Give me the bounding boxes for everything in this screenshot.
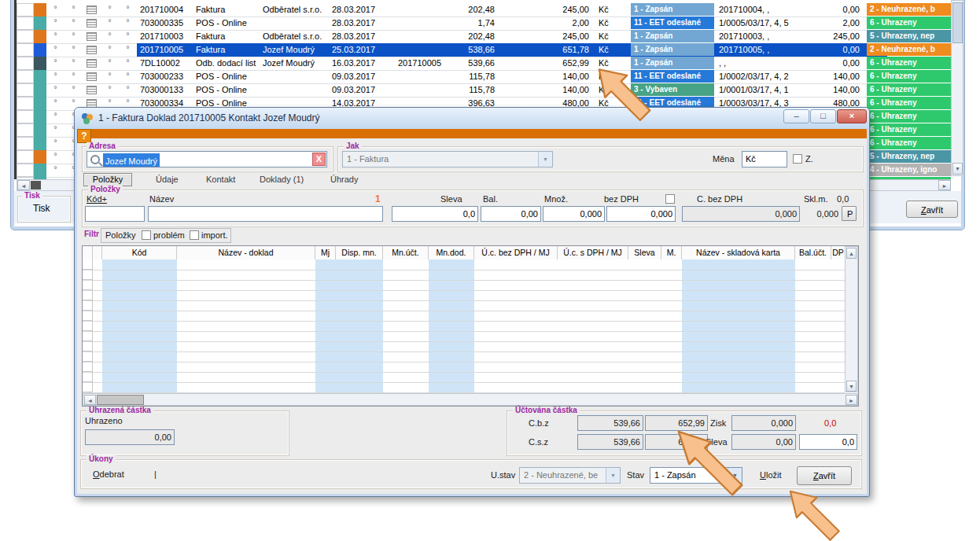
close-button[interactable]: × bbox=[837, 109, 867, 123]
tisk-button[interactable]: Tisk bbox=[33, 203, 50, 214]
sleva-input[interactable]: 0,0 bbox=[392, 206, 478, 222]
row-flag-icon: ° bbox=[46, 57, 64, 70]
sleva-pct-input[interactable]: 0,0 bbox=[799, 434, 857, 450]
z-checkbox[interactable] bbox=[793, 154, 802, 164]
items-row-selector[interactable] bbox=[83, 372, 93, 382]
items-row-selector[interactable] bbox=[83, 321, 93, 331]
mnoz-input[interactable]: 0,000 bbox=[543, 206, 605, 222]
bal-input[interactable]: 0,00 bbox=[481, 206, 541, 222]
minimize-button[interactable]: – bbox=[783, 109, 809, 123]
main-hscroll-thumb[interactable] bbox=[31, 181, 41, 190]
main-vscroll-thumb[interactable] bbox=[952, 2, 963, 43]
ustav-label: U.stav bbox=[491, 470, 515, 480]
table-row[interactable]: °°°°703000335POS - Online28.03.20171,742… bbox=[17, 17, 951, 31]
items-row-selector[interactable] bbox=[83, 341, 93, 351]
payment-status-badge: 5 - Uhrazeny, nep bbox=[867, 150, 951, 163]
items-row[interactable] bbox=[83, 372, 845, 383]
items-row[interactable] bbox=[83, 259, 845, 270]
items-row[interactable] bbox=[83, 311, 845, 322]
items-row[interactable] bbox=[83, 382, 845, 393]
jak-value: 1 - Faktura bbox=[347, 154, 389, 164]
items-vscroll-down-icon[interactable]: ▼ bbox=[846, 381, 857, 392]
dialog-titlebar[interactable]: 1 - Faktura Doklad 201710005 Kontakt Joz… bbox=[75, 108, 869, 129]
items-hscroll-left-icon[interactable]: ◄ bbox=[84, 395, 96, 405]
table-row[interactable]: °°°°201710004FakturaOdběratel s.r.o.28.0… bbox=[17, 3, 951, 17]
items-row-selector[interactable] bbox=[83, 382, 93, 392]
items-row-selector[interactable] bbox=[83, 259, 93, 270]
adresa-input[interactable]: Jozef Moudrý bbox=[87, 151, 327, 167]
row-flag-icon: ° bbox=[119, 57, 137, 70]
items-row[interactable] bbox=[83, 351, 845, 363]
items-row[interactable] bbox=[83, 341, 845, 352]
row-flag-icon: ° bbox=[64, 43, 83, 57]
problem-checkbox[interactable] bbox=[142, 230, 151, 240]
save-button[interactable]: Uložit bbox=[760, 470, 782, 480]
items-row[interactable] bbox=[83, 321, 845, 332]
table-row[interactable]: °°°°201710005FakturaJozef Moudrý25.03.20… bbox=[17, 43, 951, 57]
tab-kontakt[interactable]: Kontakt bbox=[206, 175, 235, 184]
row-color-swatch bbox=[34, 150, 46, 164]
items-row[interactable] bbox=[83, 362, 845, 373]
main-hscroll-left-icon[interactable]: ◄ bbox=[17, 180, 30, 190]
items-row[interactable] bbox=[83, 280, 845, 291]
row-flag-icon: ° bbox=[64, 83, 83, 97]
items-vscrollbar[interactable]: ▲▼ bbox=[845, 246, 858, 392]
adresa-value: Jozef Moudrý bbox=[103, 153, 160, 167]
main-vscrollbar[interactable]: ▼ bbox=[951, 0, 963, 176]
items-hscrollbar[interactable]: ◄► bbox=[83, 393, 858, 406]
cell-num: 7DL10002 bbox=[137, 57, 193, 70]
stav-combobox[interactable]: 1 - Zapsán ▼ bbox=[650, 467, 742, 484]
cell-contact: Odběratel s.r.o. bbox=[260, 3, 329, 17]
items-row-selector[interactable] bbox=[83, 351, 93, 362]
cell-num: 703000335 bbox=[137, 17, 193, 30]
items-row[interactable] bbox=[83, 290, 845, 301]
cell-a2: 245,00 bbox=[498, 30, 592, 43]
kod-label[interactable]: Kód+ bbox=[87, 194, 107, 204]
clear-address-icon[interactable]: X bbox=[312, 153, 326, 166]
items-row-selector[interactable] bbox=[83, 300, 93, 311]
tab-uhrady[interactable]: Úhrady bbox=[330, 175, 358, 184]
main-vscroll-down-icon[interactable]: ▼ bbox=[952, 163, 963, 175]
items-row-selector[interactable] bbox=[83, 331, 93, 341]
maximize-button[interactable]: □ bbox=[810, 109, 836, 123]
odebrat-button[interactable]: Odebrat bbox=[93, 469, 124, 479]
items-row[interactable] bbox=[83, 331, 845, 342]
payment-status-badge: 2 - Neuhrazené, b bbox=[867, 43, 951, 56]
items-row[interactable] bbox=[83, 300, 845, 311]
items-row-selector[interactable] bbox=[83, 270, 93, 280]
items-row-selector[interactable] bbox=[83, 311, 93, 321]
cell-type: Faktura bbox=[193, 30, 260, 43]
table-row[interactable]: °°°°7DL10002Odb. dodací listJozef Moudrý… bbox=[17, 57, 951, 71]
kod-input[interactable] bbox=[85, 206, 145, 222]
items-table-frame: KódNázev - dokladMjDisp. mn.Mn.účt.Mn.do… bbox=[82, 245, 859, 407]
bezdph-input[interactable]: 0,000 bbox=[606, 206, 676, 222]
items-row-selector[interactable] bbox=[83, 362, 93, 372]
bezdph-checkbox[interactable] bbox=[665, 194, 675, 204]
nazev-input[interactable] bbox=[148, 206, 383, 222]
table-row[interactable]: °°°°201710003FakturaOdběratel s.r.o.28.0… bbox=[17, 30, 951, 44]
main-close-button[interactable]: Zavřít bbox=[906, 201, 958, 218]
cell-a1: 202,48 bbox=[460, 3, 498, 17]
payment-status-badge: 6 - Uhrazeny bbox=[867, 97, 951, 109]
main-hscroll-right-icon[interactable]: ► bbox=[938, 180, 951, 190]
items-vscroll-up-icon[interactable]: ▲ bbox=[846, 248, 857, 259]
jak-combobox[interactable]: 1 - Faktura ▼ bbox=[342, 151, 553, 167]
ustav-combobox[interactable]: 2 - Neuhrazené, be ▼ bbox=[519, 467, 621, 484]
items-hscroll-thumb[interactable] bbox=[97, 395, 144, 405]
table-row[interactable]: °°°°703000133POS - Online09.03.2017115,7… bbox=[17, 83, 951, 98]
table-row[interactable]: °°°°703000233POS - Online09.03.2017115,7… bbox=[17, 70, 951, 84]
p-button[interactable]: P bbox=[842, 206, 857, 221]
import-checkbox[interactable] bbox=[190, 230, 199, 240]
dialog-close-button[interactable]: Zavřít bbox=[797, 466, 852, 485]
cell-a3: 0,00 bbox=[809, 57, 863, 70]
tab-udaje[interactable]: Údaje bbox=[156, 175, 179, 184]
mena-input[interactable]: Kč bbox=[742, 151, 787, 167]
items-row-selector[interactable] bbox=[83, 290, 93, 300]
cell-type: POS - Online bbox=[193, 70, 260, 83]
status-badge: 11 - EET odeslané bbox=[631, 17, 714, 29]
items-hscroll-right-icon[interactable]: ► bbox=[846, 395, 857, 405]
tab-doklady[interactable]: Doklady (1) bbox=[260, 175, 304, 184]
cell-a3: 2,00 bbox=[809, 17, 863, 30]
items-row-selector[interactable] bbox=[83, 280, 93, 290]
items-row[interactable] bbox=[83, 270, 845, 281]
